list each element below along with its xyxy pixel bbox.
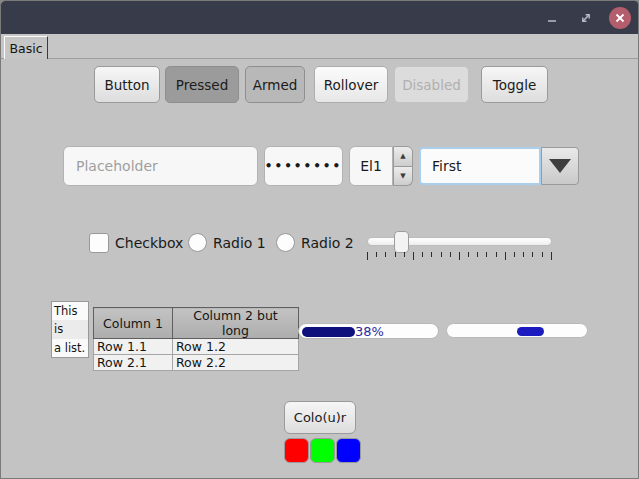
slider-tick [532,252,533,257]
slider-tick [551,252,552,260]
slider-tick [413,252,414,260]
slider-tick [431,252,432,257]
slider-tick [450,252,451,257]
password-dots: •••••••• [265,159,342,173]
table-header-col1[interactable]: Column 1 [94,308,173,339]
table-cell[interactable]: Row 1.1 [94,339,173,355]
titlebar [1,1,639,34]
maximize-button[interactable] [575,7,597,29]
slider[interactable] [367,237,552,246]
slider-tick [514,252,515,257]
tab-basic-label: Basic [9,41,42,56]
color-button[interactable]: Colo(u)r [284,401,356,434]
button-rollover-label: Rollover [324,77,379,93]
app-window: Basic Button Pressed Armed Rollover Disa… [0,0,639,479]
slider-tick [395,252,396,257]
chevron-down-icon [549,159,571,173]
combobox-dropdown-button[interactable] [541,147,579,185]
progress-percent-text: 38% [355,324,384,339]
close-button[interactable] [609,7,631,29]
maximize-icon [578,10,594,26]
minimize-icon [544,10,560,26]
slider-tick [523,252,524,257]
spinner-down-icon: ▼ [400,172,405,180]
radio-1-label: Radio 1 [213,235,266,251]
spinner-arrows: ▲ ▼ [393,146,413,186]
indeterminate-progress-bar [446,323,588,338]
swatch-red [284,438,309,463]
slider-handle[interactable] [394,231,409,253]
slider-tick [404,252,405,257]
progress-label: 38% [297,323,438,339]
button-pressed-label: Pressed [176,77,228,93]
minimize-button[interactable] [541,7,563,29]
password-input[interactable]: •••••••• [264,146,343,186]
list-item[interactable]: This [52,302,88,320]
text-input-placeholder: Placeholder [76,158,158,174]
checkbox[interactable] [89,233,109,253]
spinner-down-button[interactable]: ▼ [393,167,413,187]
slider-tick [468,252,469,257]
slider-tick [542,252,543,257]
spinner-up-icon: ▲ [400,152,405,160]
button-toggle[interactable]: Toggle [481,66,548,103]
slider-ticks [367,252,552,261]
table-row[interactable]: Row 2.1 Row 2.2 [94,355,299,371]
slider-tick [422,252,423,257]
radio-1[interactable] [188,233,207,252]
slider-tick [477,252,478,257]
table-cell[interactable]: Row 2.2 [173,355,299,371]
checkbox-label: Checkbox [115,235,183,251]
swatch-blue [336,438,361,463]
button-armed[interactable]: Armed [245,66,305,103]
close-icon [615,13,625,23]
button-armed-label: Armed [253,77,298,93]
slider-tick [486,252,487,257]
combobox-input[interactable]: First [419,147,541,185]
text-input[interactable]: Placeholder [63,146,258,186]
list-item[interactable]: is [52,320,88,338]
button-disabled: Disabled [394,66,469,103]
button-normal[interactable]: Button [94,66,160,103]
tab-bar [1,34,639,58]
spinner-value: El1 [360,158,382,174]
button-pressed[interactable]: Pressed [165,66,239,103]
tab-basic[interactable]: Basic [4,36,48,59]
table-row[interactable]: Row 1.1 Row 1.2 [94,339,299,355]
slider-tick [367,252,368,260]
button-rollover[interactable]: Rollover [314,66,388,103]
radio-2[interactable] [276,233,295,252]
slider-tick [505,252,506,260]
button-toggle-label: Toggle [493,77,536,93]
swatch-green [310,438,335,463]
slider-tick [376,252,377,257]
slider-tick [496,252,497,257]
spinner-up-button[interactable]: ▲ [393,146,413,167]
slider-tick [441,252,442,257]
tabbar-divider [1,58,639,59]
slider-tick [459,252,460,260]
table-header-col2[interactable]: Column 2 but long [173,308,299,339]
spinner-input[interactable]: El1 [349,146,393,186]
button-normal-label: Button [104,77,149,93]
slider-tick [385,252,386,257]
indeterminate-pill [517,327,544,336]
radio-2-label: Radio 2 [301,235,354,251]
listbox[interactable]: This is a list. [51,301,89,358]
button-disabled-label: Disabled [402,77,461,93]
table-header-row: Column 1 Column 2 but long [94,308,299,339]
list-item[interactable]: a list. [52,339,88,357]
table-cell[interactable]: Row 2.1 [94,355,173,371]
combobox-value: First [432,158,461,174]
table-cell[interactable]: Row 1.2 [173,339,299,355]
color-button-label: Colo(u)r [294,410,346,425]
data-table[interactable]: Column 1 Column 2 but long Row 1.1 Row 1… [93,307,299,371]
